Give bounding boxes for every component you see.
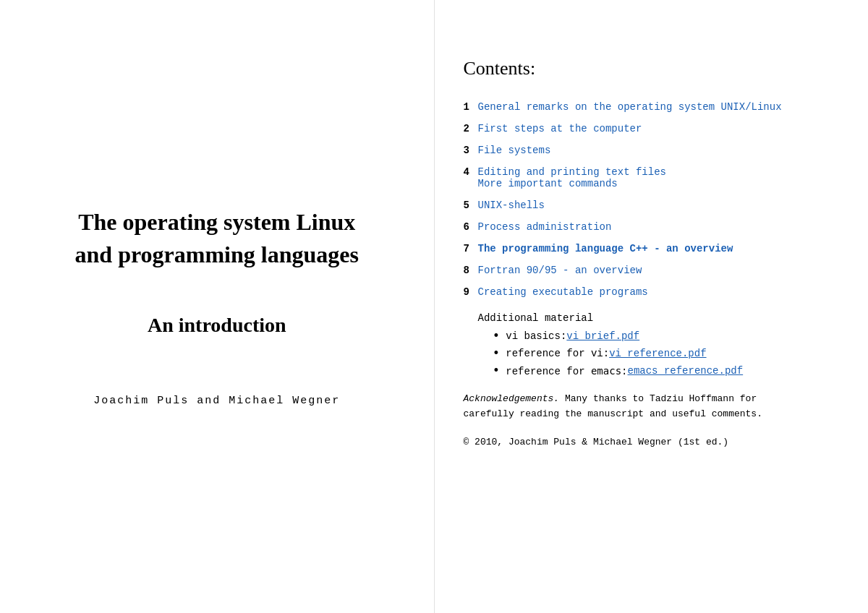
- toc-item-6: 6 Process administration: [464, 221, 840, 233]
- toc-item-5: 5 UNIX-shells: [464, 200, 840, 211]
- book-authors: Joachim Puls and Michael Wegner: [93, 395, 340, 407]
- bullet-dot-1: •: [493, 330, 501, 343]
- toc-link-6[interactable]: Process administration: [478, 221, 612, 233]
- vi-brief-link[interactable]: vi_brief.pdf: [566, 330, 639, 342]
- copyright-notice: © 2010, Joachim Puls & Michael Wegner (1…: [464, 437, 840, 447]
- toc-multiline-4: Editing and printing text files More imp…: [478, 166, 666, 189]
- bullet-item-vi-basics: • vi basics: vi_brief.pdf: [493, 330, 840, 343]
- toc-item-1: 1 General remarks on the operating syste…: [464, 101, 840, 113]
- bullet-prefix-2: reference for vi:: [506, 348, 609, 359]
- toc-item-8: 8 Fortran 90/95 - an overview: [464, 265, 840, 276]
- emacs-reference-link[interactable]: emacs_reference.pdf: [628, 365, 744, 377]
- acknowledgements-italic: Acknowledgements.: [464, 393, 560, 404]
- toc-number-9: 9: [464, 286, 478, 298]
- toc-number-1: 1: [464, 101, 478, 113]
- toc-number-7: 7: [464, 243, 478, 254]
- bullet-item-emacs-reference: • reference for emacs: emacs_reference.p…: [493, 364, 840, 377]
- book-title: The operating system Linux and programmi…: [75, 206, 359, 271]
- toc-item-2: 2 First steps at the computer: [464, 123, 840, 134]
- bullet-list: • vi basics: vi_brief.pdf • reference fo…: [493, 330, 840, 377]
- book-title-line2: and programming languages: [75, 241, 359, 267]
- bullet-dot-3: •: [493, 364, 501, 377]
- toc-link-9[interactable]: Creating executable programs: [478, 286, 648, 298]
- right-panel: Contents: 1 General remarks on the opera…: [435, 0, 869, 613]
- bullet-prefix-1: vi basics:: [506, 330, 566, 342]
- toc-link-3[interactable]: File systems: [478, 145, 551, 156]
- toc-number-4: 4: [464, 166, 478, 178]
- toc-link-4b[interactable]: More important commands: [478, 178, 666, 189]
- additional-material-section: Additional material • vi basics: vi_brie…: [464, 312, 840, 377]
- toc-item-9: 9 Creating executable programs: [464, 286, 840, 298]
- toc-number-6: 6: [464, 221, 478, 233]
- left-panel: The operating system Linux and programmi…: [0, 0, 434, 613]
- toc-item-3: 3 File systems: [464, 145, 840, 156]
- toc-number-3: 3: [464, 145, 478, 156]
- toc-link-8[interactable]: Fortran 90/95 - an overview: [478, 265, 642, 276]
- acknowledgements-section: Acknowledgements. Many thanks to Tadziu …: [464, 392, 796, 422]
- book-title-line1: The operating system Linux: [78, 209, 355, 235]
- toc-link-5[interactable]: UNIX-shells: [478, 200, 545, 211]
- additional-material-label: Additional material: [478, 312, 840, 324]
- bullet-dot-2: •: [493, 347, 501, 360]
- toc-item-7: 7 The programming language C++ - an over…: [464, 243, 840, 254]
- table-of-contents: 1 General remarks on the operating syste…: [464, 101, 840, 298]
- toc-link-4a[interactable]: Editing and printing text files: [478, 166, 666, 178]
- toc-item-4: 4 Editing and printing text files More i…: [464, 166, 840, 189]
- book-subtitle: An introduction: [148, 314, 286, 337]
- toc-link-1[interactable]: General remarks on the operating system …: [478, 101, 782, 113]
- bullet-prefix-3: reference for emacs:: [506, 365, 627, 377]
- vi-reference-link[interactable]: vi_reference.pdf: [609, 348, 706, 359]
- toc-link-2[interactable]: First steps at the computer: [478, 123, 642, 134]
- toc-link-7[interactable]: The programming language C++ - an overvi…: [478, 243, 733, 254]
- toc-number-2: 2: [464, 123, 478, 134]
- bullet-item-vi-reference: • reference for vi: vi_reference.pdf: [493, 347, 840, 360]
- contents-heading: Contents:: [464, 58, 840, 80]
- toc-number-5: 5: [464, 200, 478, 211]
- toc-number-8: 8: [464, 265, 478, 276]
